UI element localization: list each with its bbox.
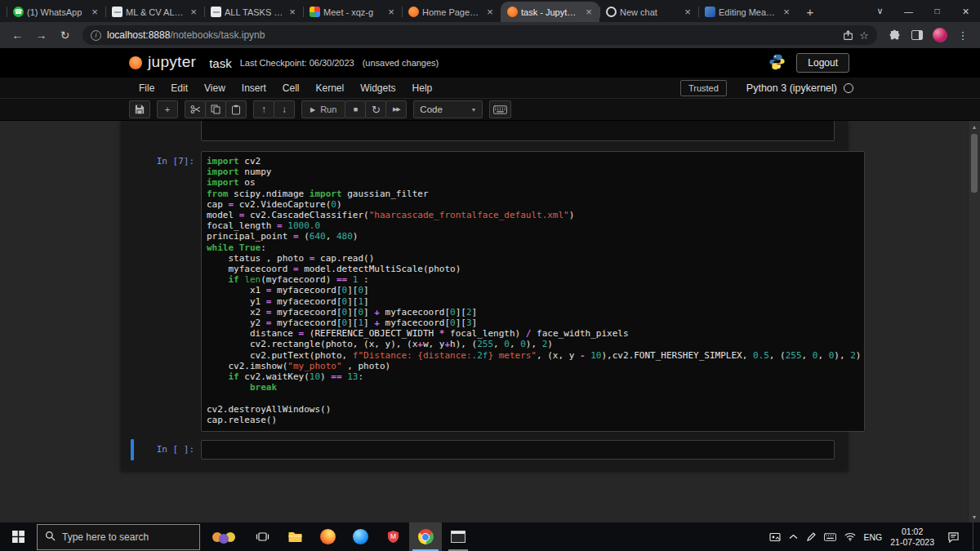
kernel-status-icon — [844, 83, 853, 93]
reload-button[interactable]: ↻ — [54, 24, 76, 46]
menu-item-insert[interactable]: Insert — [234, 78, 274, 98]
browser-tab[interactable]: (1) WhatsApp× — [7, 2, 105, 22]
page-scrollbar[interactable]: ▲ ▼ — [968, 121, 980, 522]
browser-tab[interactable]: Editing Measurin× — [698, 2, 797, 22]
restart-kernel-button[interactable]: ↻ — [365, 100, 386, 118]
browser-tab[interactable]: Home Page - Sele× — [402, 2, 501, 22]
scrollbar-thumb[interactable] — [971, 134, 978, 193]
file-explorer-icon[interactable] — [278, 522, 311, 551]
scroll-down-icon[interactable]: ▼ — [969, 511, 980, 522]
taskbar-clock[interactable]: 01:02 21-07-2023 — [890, 527, 934, 547]
blue-app-icon[interactable] — [344, 522, 376, 551]
maximize-button[interactable]: □ — [923, 0, 951, 22]
tab-close-icon[interactable]: × — [89, 6, 100, 18]
tab-close-icon[interactable]: × — [188, 6, 199, 18]
menu-item-cell[interactable]: Cell — [274, 78, 308, 98]
code-line: cv2.rectangle(photo, (x, y), (x+w, y+h),… — [207, 339, 861, 349]
profile-avatar[interactable] — [929, 24, 951, 46]
tray-icons — [769, 532, 856, 542]
code-line — [207, 393, 861, 403]
share-icon[interactable] — [843, 30, 853, 41]
menu-item-view[interactable]: View — [196, 78, 234, 98]
forward-button[interactable]: → — [30, 24, 52, 46]
url-bar[interactable]: i localhost:8888/notebooks/task.ipynb ☆ — [82, 25, 877, 45]
trusted-badge[interactable]: Trusted — [680, 80, 727, 96]
tab-close-icon[interactable]: × — [583, 6, 595, 18]
notebook-title[interactable]: task — [209, 56, 232, 70]
paste-cell-button[interactable] — [225, 100, 247, 118]
site-info-icon[interactable]: i — [91, 30, 101, 41]
tray-app-icon[interactable] — [769, 532, 781, 542]
code-editor-partial[interactable] — [201, 121, 835, 141]
tab-search-chevron-icon[interactable]: ∨ — [866, 0, 894, 22]
save-button[interactable] — [129, 100, 150, 118]
back-button[interactable]: ← — [7, 24, 29, 46]
menu-item-edit[interactable]: Edit — [163, 78, 196, 98]
system-tray: ENG 01:02 21-07-2023 — [769, 522, 980, 551]
chrome-icon[interactable] — [409, 522, 442, 551]
code-line: break — [207, 382, 861, 393]
keyboard-icon[interactable] — [824, 533, 836, 541]
cell-type-select[interactable]: Code ▼ — [413, 100, 483, 118]
notification-center-button[interactable] — [942, 522, 964, 551]
browser-tab[interactable]: ALL TASKS - Goo× — [204, 2, 303, 22]
browser-address-bar: ← → ↻ i localhost:8888/notebooks/task.ip… — [0, 22, 980, 48]
show-desktop-button[interactable] — [973, 522, 976, 551]
browser-tab[interactable]: New chat× — [599, 2, 698, 22]
side-panel-icon[interactable] — [906, 24, 928, 46]
kernel-name: Python 3 (ipykernel) — [746, 82, 837, 94]
network-icon[interactable] — [844, 532, 856, 541]
scroll-up-icon[interactable]: ▲ — [969, 121, 980, 132]
shield-icon[interactable]: M — [376, 522, 409, 551]
browser-menu-icon[interactable]: ⋮ — [952, 24, 973, 46]
browser-tab[interactable]: Meet - xqz-g× — [303, 2, 402, 22]
bookmark-star-icon[interactable]: ☆ — [859, 29, 869, 42]
code-line: from scipy.ndimage import gaussian_filte… — [207, 189, 861, 199]
minimize-button[interactable]: — — [894, 0, 923, 22]
tab-close-icon[interactable]: × — [781, 6, 792, 18]
console-icon[interactable] — [442, 522, 474, 551]
taskbar-search[interactable]: Type here to search — [37, 524, 200, 550]
menu-item-widgets[interactable]: Widgets — [352, 78, 403, 98]
code-line: if len(myfacecoord) == 1 : — [207, 274, 861, 285]
firefox-icon[interactable] — [311, 522, 344, 551]
cell-prompt: In [ ]: — [121, 440, 201, 460]
language-indicator[interactable]: ENG — [864, 532, 883, 542]
restart-run-all-button[interactable]: ▶▶ — [385, 100, 407, 118]
empty-cell-editor[interactable] — [201, 440, 835, 460]
move-cell-down-button[interactable]: ↓ — [274, 100, 295, 118]
start-button[interactable] — [0, 522, 37, 551]
close-window-button[interactable]: × — [951, 0, 980, 22]
checkpoint-text: Last Checkpoint: 06/30/2023 — [240, 58, 354, 68]
svg-text:M: M — [390, 532, 395, 540]
menu-item-kernel[interactable]: Kernel — [308, 78, 353, 98]
tab-close-icon[interactable]: × — [682, 6, 693, 18]
page-content: In [7]: import cv2import numpyimport osf… — [0, 121, 980, 522]
tab-close-icon[interactable]: × — [484, 6, 496, 18]
copy-cell-button[interactable] — [205, 100, 226, 118]
cut-cell-button[interactable] — [185, 100, 206, 118]
play-icon: ▶ — [310, 106, 315, 113]
new-tab-button[interactable]: + — [800, 2, 820, 21]
move-cell-up-button[interactable]: ↑ — [253, 100, 274, 118]
tab-close-icon[interactable]: × — [385, 6, 397, 18]
tab-close-icon[interactable]: × — [287, 6, 298, 18]
run-button[interactable]: ▶Run — [301, 100, 345, 118]
browser-tab[interactable]: task - Jupyter No× — [501, 2, 599, 22]
task-view-icon[interactable] — [246, 522, 278, 551]
code-editor[interactable]: import cv2import numpyimport osfrom scip… — [201, 151, 865, 432]
menu-item-file[interactable]: File — [131, 78, 163, 98]
menu-item-help[interactable]: Help — [404, 78, 441, 98]
jupyter-logo[interactable]: jupyter — [129, 54, 196, 72]
search-placeholder: Type here to search — [62, 531, 149, 543]
chevron-up-icon[interactable] — [789, 534, 798, 540]
logout-button[interactable]: Logout — [796, 53, 849, 73]
pen-icon[interactable] — [806, 532, 816, 542]
command-palette-button[interactable] — [489, 100, 511, 118]
add-cell-button[interactable]: + — [157, 100, 178, 118]
interrupt-kernel-button[interactable]: ■ — [345, 100, 366, 118]
empty-cell: In [ ]: — [121, 440, 848, 460]
people-icon[interactable] — [202, 522, 246, 551]
browser-tab[interactable]: ML & CV ALL TAS× — [105, 2, 204, 22]
extensions-puzzle-icon[interactable] — [884, 24, 905, 46]
